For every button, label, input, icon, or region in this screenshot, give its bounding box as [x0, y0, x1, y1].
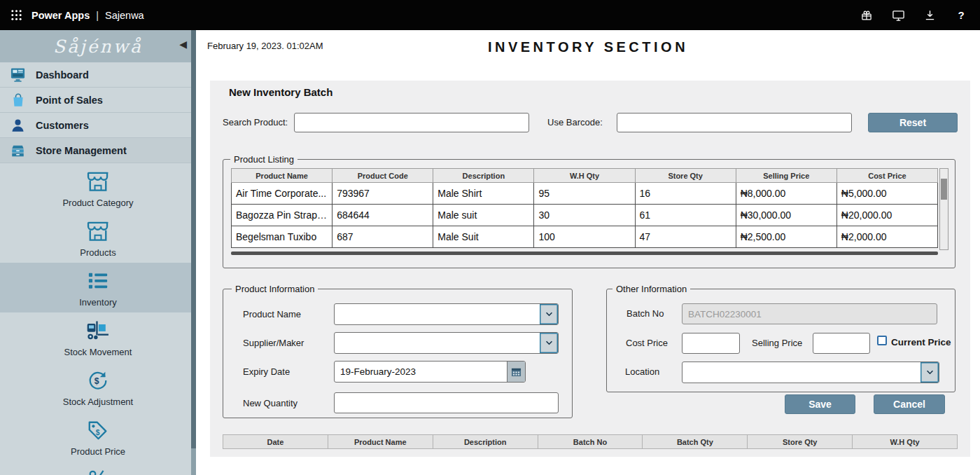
expiry-date-input[interactable] — [335, 362, 507, 382]
sidebar-subitem-label: Product Category — [62, 198, 133, 208]
waffle-menu-icon[interactable] — [0, 9, 31, 21]
listing-cell: 47 — [635, 226, 736, 248]
sidebar-scrollbar-thumb[interactable] — [191, 30, 196, 448]
storefront-icon — [85, 219, 111, 243]
new-quantity-input[interactable] — [334, 392, 559, 413]
listing-row[interactable]: Begelsman Tuxibo687Male Suit10047₦2,500.… — [232, 226, 938, 248]
sidebar-item-dashboard[interactable]: Dashboard — [0, 62, 196, 88]
monitor-icon[interactable] — [892, 9, 905, 22]
save-button[interactable]: Save — [785, 394, 855, 414]
listing-cell: ₦30,000.00 — [736, 205, 836, 226]
sidebar: Såjénwå ◀ DashboardPoint of SalesCustome… — [0, 30, 196, 475]
listing-cell: ₦20,000.00 — [836, 205, 937, 226]
sidebar-subitem-partial[interactable] — [0, 462, 196, 475]
listing-column-w-h-qty[interactable]: W.H Qty — [534, 169, 635, 183]
cost-price-input[interactable] — [682, 333, 740, 354]
history-column-w-h-qty: W.H Qty — [853, 434, 958, 449]
product-listing-legend: Product Listing — [230, 154, 298, 165]
table-vertical-scrollbar[interactable] — [939, 168, 948, 250]
supplier-dropdown-icon[interactable] — [540, 333, 558, 353]
brand-logo: Såjénwå — [53, 36, 143, 57]
person-icon — [9, 118, 27, 133]
product-listing-fieldset: Product Listing Product NameProduct Code… — [223, 159, 955, 268]
listing-cell: Bagozza Pin Strap ... — [232, 205, 332, 226]
help-icon[interactable]: ? — [955, 9, 967, 21]
listing-cell: Male Shirt — [433, 183, 534, 205]
product-name-combobox — [334, 303, 559, 325]
history-column-batch-no: Batch No — [538, 434, 643, 449]
product-name-dropdown-icon[interactable] — [540, 304, 558, 324]
product-name-select[interactable] — [335, 304, 540, 324]
listing-cell: 684644 — [332, 205, 433, 226]
listing-cell: ₦5,000.00 — [836, 183, 937, 205]
sidebar-subitem-stock-movement[interactable]: Stock Movement — [0, 312, 196, 362]
selling-price-label: Selling Price — [752, 338, 802, 348]
sidebar-item-label: Dashboard — [36, 69, 89, 81]
listing-cell: ₦8,000.00 — [736, 183, 836, 205]
table-horizontal-scrollbar[interactable] — [231, 252, 938, 255]
location-select[interactable] — [682, 362, 920, 383]
history-column-batch-qty: Batch Qty — [643, 434, 748, 449]
sidebar-subitem-product-category[interactable]: Product Category — [0, 163, 196, 213]
sidebar-subitem-stock-adjustment[interactable]: $Stock Adjustment — [0, 362, 196, 412]
topbar-title: Power Apps | Sajenwa — [31, 10, 144, 21]
sidebar-subitem-label: Product Price — [71, 446, 125, 457]
listing-cell: 30 — [534, 205, 635, 226]
expiry-date-label: Expiry Date — [243, 366, 290, 377]
download-icon[interactable] — [924, 9, 936, 21]
current-price-checkbox[interactable] — [877, 336, 887, 345]
listing-cell: Air Time Corporate... — [232, 183, 332, 205]
new-quantity-label: New Quantity — [243, 398, 298, 408]
sidebar-subitem-product-price[interactable]: $Product Price — [0, 412, 196, 462]
listing-column-product-code[interactable]: Product Code — [332, 169, 433, 183]
listing-row[interactable]: Air Time Corporate...793967Male Shirt951… — [232, 183, 938, 205]
sidebar-item-label: Point of Sales — [36, 95, 103, 106]
sidebar-item-label: Customers — [36, 120, 89, 131]
listing-cell: ₦2,500.00 — [736, 226, 836, 248]
app-name-label: Sajenwa — [105, 10, 144, 21]
history-column-store-qty: Store Qty — [748, 434, 853, 449]
search-product-input[interactable] — [294, 113, 529, 132]
listing-cell: Begelsman Tuxibo — [232, 226, 332, 248]
sidebar-subitem-products[interactable]: Products — [0, 213, 196, 263]
topbar: Power Apps | Sajenwa ? — [0, 0, 980, 30]
cancel-button[interactable]: Cancel — [874, 394, 945, 414]
selling-price-input[interactable] — [813, 333, 870, 354]
supplier-select[interactable] — [335, 333, 540, 353]
listing-cell: 100 — [534, 226, 635, 248]
sidebar-item-point-of-sales[interactable]: Point of Sales — [0, 88, 196, 113]
calendar-icon[interactable] — [507, 362, 525, 382]
listing-column-selling-price[interactable]: Selling Price — [736, 169, 836, 183]
table-vertical-scrollbar-thumb[interactable] — [941, 179, 947, 200]
sidebar-nav: DashboardPoint of SalesCustomersStore Ma… — [0, 62, 196, 163]
reset-button[interactable]: Reset — [868, 113, 958, 132]
forklift-icon — [85, 319, 111, 343]
content-area: Såjénwå ◀ DashboardPoint of SalesCustome… — [0, 30, 980, 475]
sidebar-subitem-inventory[interactable]: Inventory — [0, 263, 196, 312]
sidebar-item-label: Store Management — [36, 145, 127, 156]
app-window: Power Apps | Sajenwa ? Såjénwå ◀ Dashboa… — [0, 0, 980, 475]
sidebar-subitem-label: Stock Adjustment — [63, 397, 133, 407]
barcode-input[interactable] — [617, 113, 852, 132]
supplier-label: Supplier/Maker — [243, 338, 304, 348]
topbar-actions: ? — [860, 9, 980, 22]
listing-column-description[interactable]: Description — [433, 169, 534, 183]
listing-cell: 61 — [635, 205, 736, 226]
sidebar-item-store-management[interactable]: Store Management — [0, 138, 196, 163]
discount-icon — [86, 468, 110, 475]
location-dropdown-icon[interactable] — [920, 362, 939, 383]
listing-body: Air Time Corporate...793967Male Shirt951… — [232, 183, 938, 248]
listing-column-cost-price[interactable]: Cost Price — [836, 169, 937, 183]
datetime-label: February 19, 2023. 01:02AM — [207, 41, 323, 51]
collapse-sidebar-icon[interactable]: ◀ — [179, 39, 187, 49]
listing-column-store-qty[interactable]: Store Qty — [635, 169, 736, 183]
listing-cell: 687 — [332, 226, 433, 248]
product-listing-table[interactable]: Product NameProduct CodeDescriptionW.H Q… — [231, 168, 938, 248]
listing-column-product-name[interactable]: Product Name — [232, 169, 332, 183]
gift-icon[interactable] — [860, 9, 873, 22]
sidebar-scrollbar[interactable] — [191, 30, 196, 475]
sidebar-item-customers[interactable]: Customers — [0, 113, 196, 138]
listing-row[interactable]: Bagozza Pin Strap ...684644Male suit3061… — [232, 205, 938, 226]
panel-title: New Inventory Batch — [229, 86, 332, 98]
expiry-date-picker — [334, 361, 526, 383]
